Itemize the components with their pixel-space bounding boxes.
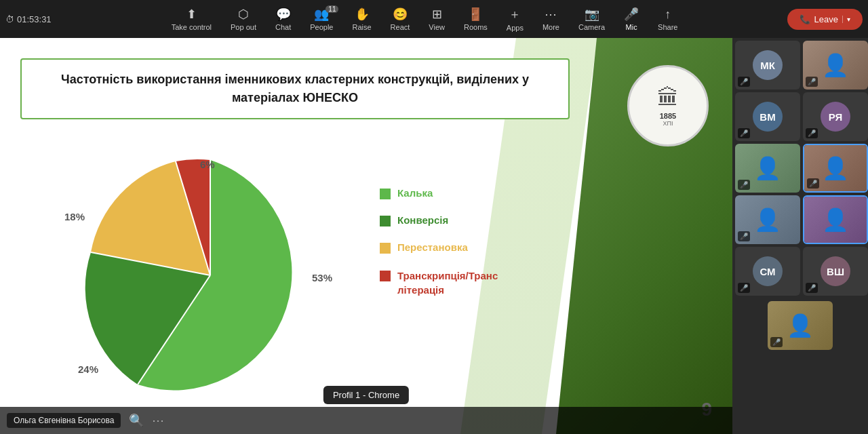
presenter-name: Ольга Євгенівна Борисова [7,413,121,428]
react-label: React [391,23,410,31]
chart-legend: Калька Конверсія Перестановка Транскрипц… [380,187,498,297]
logo-circle: 🏛 1885 ХПІ [627,65,709,146]
pct-18: 18% [64,211,85,222]
participant-row-3: 👤 🎤 👤 🎤 [735,144,865,193]
avatar-sm: СМ [753,256,783,286]
legend-color-perestavnovka [380,243,391,254]
raise-label: Raise [352,23,371,31]
participant-tile-photo3-highlighted: 👤 🎤 [803,144,868,193]
pct-53: 53% [312,272,332,283]
rooms-label: Rooms [464,23,488,31]
avatar-mk: МК [753,50,783,80]
legend-label-konversiya: Конверсія [397,214,448,226]
more-label: More [542,23,559,31]
view-icon: ⊞ [432,7,442,22]
person-icon-6: 👤 [787,313,814,338]
mic-muted-icon-p1: 🎤 [806,77,818,87]
take-control-icon: ⬆ [186,7,197,22]
legend-color-kalka [380,189,391,199]
legend-item-konversiya: Конверсія [380,214,498,226]
mic-muted-icon-p2: 🎤 [738,180,750,190]
people-button[interactable]: 👥 People 11 [300,4,342,34]
phone-icon: 📞 [800,14,810,24]
share-label: Share [658,23,677,31]
meeting-time: ⏱ 01:53:31 [5,14,52,24]
take-control-label: Take control [172,23,212,31]
slide: Частотність використання іменникових кла… [0,38,732,434]
participant-tile-photo5-highlighted: 👤 [803,195,868,244]
participant-tile-sm: СМ 🎤 [735,247,800,296]
participant-tile-vsh: ВШ 🎤 [803,247,868,296]
legend-item-transkriptia: Транскрипція/Транслітерація [380,269,498,297]
pop-out-button[interactable]: ⬡ Pop out [221,4,266,34]
leave-label: Leave [814,14,838,24]
bottom-bar: Ольга Євгенівна Борисова 🔍 ⋯ [0,407,732,434]
rooms-icon: 🚪 [468,7,483,22]
chat-label: Chat [275,23,291,31]
search-button[interactable]: 🔍 [129,413,144,428]
logo-text: ХПІ [663,120,673,127]
more-icon: ⋯ [545,7,557,22]
participants-panel: МК 🎤 👤 🎤 ВМ 🎤 РЯ 🎤 👤 🎤 [732,38,868,434]
take-control-button[interactable]: ⬆ Take control [162,4,221,34]
legend-item-perestavnovka: Перестановка [380,241,498,254]
participant-tile-rya: РЯ 🎤 [803,92,868,141]
react-button[interactable]: 😊 React [381,4,420,34]
mic-muted-icon-p4: 🎤 [738,231,750,241]
mic-muted-icon-p6: 🎤 [770,337,783,347]
mic-muted-icon-vm: 🎤 [738,128,750,138]
logo-year: 1885 [660,112,676,120]
leave-button[interactable]: 📞 Leave ▾ [787,9,863,30]
person-icon-4: 👤 [754,207,781,233]
apps-button[interactable]: ＋ Apps [497,3,533,35]
tooltip: Profil 1 - Chrome [323,386,409,404]
mic-label: Mic [626,23,637,31]
legend-color-konversiya [380,216,391,226]
participant-tile-photo6: 👤 🎤 [768,301,833,350]
pie-chart-container [81,146,339,404]
camera-label: Camera [578,23,605,31]
participant-row-6: 👤 🎤 [735,298,865,353]
chat-button[interactable]: 💬 Chat [266,4,300,34]
view-button[interactable]: ⊞ View [419,4,454,34]
participant-tile-photo4: 👤 🎤 [735,195,800,244]
rooms-button[interactable]: 🚪 Rooms [454,4,497,34]
clock-icon: ⏱ [5,14,14,24]
mic-button[interactable]: 🎤 Mic [614,4,648,34]
avatar-rya: РЯ [821,102,850,132]
camera-button[interactable]: 📷 Camera [569,4,614,34]
share-button[interactable]: ↑ Share [648,5,687,34]
more-button[interactable]: ⋯ More [533,4,569,34]
chat-icon: 💬 [276,7,291,22]
people-label: People [310,23,333,31]
main-area: Частотність використання іменникових кла… [0,38,732,434]
participant-tile-mk: МК 🎤 [735,41,800,90]
mic-muted-icon-vsh: 🎤 [806,283,818,293]
legend-label-kalka: Калька [397,187,433,199]
participant-tile-vm: ВМ 🎤 [735,92,800,141]
raise-button[interactable]: ✋ Raise [342,4,380,34]
legend-item-kalka: Калька [380,187,498,199]
pct-6: 6% [200,159,215,170]
more-options-button[interactable]: ⋯ [152,413,164,428]
raise-icon: ✋ [355,7,370,22]
participant-tile-photo1: 👤 🎤 [803,41,868,90]
time-display: 01:53:31 [17,14,52,24]
topbar: ⏱ 01:53:31 ⬆ Take control ⬡ Pop out 💬 Ch… [0,0,868,38]
participant-row-5: СМ 🎤 ВШ 🎤 [735,247,865,296]
mic-muted-icon-mk: 🎤 [738,77,750,87]
mic-muted-icon-sm: 🎤 [738,283,750,293]
react-icon: 😊 [393,7,408,22]
share-icon: ↑ [665,7,671,22]
legend-color-transkriptia [380,271,391,281]
person-icon-3: 👤 [822,155,849,181]
mic-icon: 🎤 [624,7,639,22]
participant-row-4: 👤 🎤 👤 [735,195,865,244]
person-icon-2: 👤 [754,155,781,181]
legend-label-transkriptia: Транскрипція/Транслітерація [397,269,498,297]
pie-chart [81,146,339,404]
university-logo: 🏛 1885 ХПІ [624,52,712,160]
participant-row-2: ВМ 🎤 РЯ 🎤 [735,92,865,141]
apps-label: Apps [507,24,524,32]
camera-icon: 📷 [585,7,599,22]
